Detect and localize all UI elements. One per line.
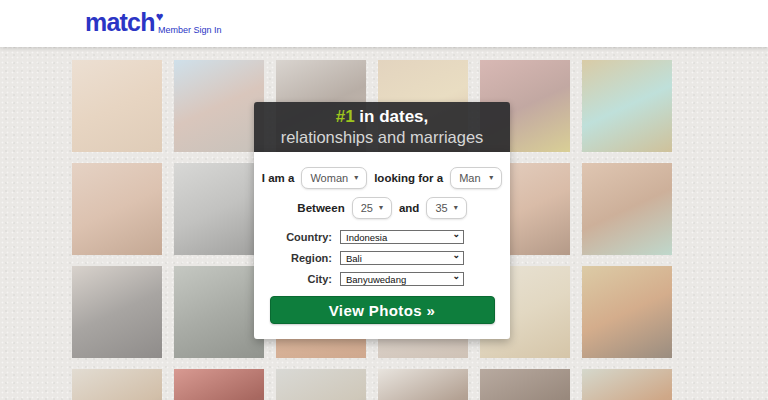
region-label: Region: bbox=[268, 252, 332, 264]
hero-line1-rest: in dates, bbox=[355, 107, 429, 126]
age-min-value: 25 bbox=[361, 202, 373, 214]
chevron-down-icon: ⌄ bbox=[452, 233, 460, 237]
hero-banner: #1 in dates, relationships and marriages bbox=[254, 102, 510, 152]
age-max-value: 35 bbox=[435, 202, 447, 214]
age-max-select[interactable]: 35 ▾ bbox=[426, 197, 466, 219]
photo-person-by-window bbox=[174, 163, 264, 255]
chevron-down-icon: ⌄ bbox=[452, 275, 460, 279]
hero-line2: relationships and marriages bbox=[254, 127, 510, 147]
country-select[interactable]: Indonesia ⌄ bbox=[340, 230, 464, 244]
view-photos-button[interactable]: View Photos » bbox=[270, 296, 495, 324]
photo-man-arms-crossed bbox=[72, 266, 162, 358]
photo-person-outdoors bbox=[174, 266, 264, 358]
hero-line1: #1 in dates, bbox=[254, 107, 510, 127]
photo-woman-in-blue-dress bbox=[582, 60, 672, 152]
country-label: Country: bbox=[268, 231, 332, 243]
search-form: I am a Woman ▾ looking for a Man ▾ Betwe… bbox=[254, 152, 510, 339]
photo-dark-haired-person bbox=[480, 369, 570, 400]
heart-icon: ♥ bbox=[156, 9, 163, 24]
looking-for-select[interactable]: Man ▾ bbox=[450, 167, 502, 189]
photo-smiling-woman-closeup bbox=[72, 163, 162, 255]
i-am-select[interactable]: Woman ▾ bbox=[301, 167, 367, 189]
i-am-a-label: I am a bbox=[262, 172, 295, 184]
chevron-down-icon: ▾ bbox=[379, 204, 383, 212]
hero-rank-text: #1 bbox=[336, 107, 355, 126]
member-sign-in-link[interactable]: Member Sign In bbox=[158, 25, 222, 35]
photo-young-man-portrait bbox=[72, 369, 162, 400]
looking-for-value: Man bbox=[459, 172, 480, 184]
city-select[interactable]: Banyuwedang ⌄ bbox=[340, 272, 464, 286]
chevron-down-icon: ▾ bbox=[354, 174, 358, 182]
photo-red-black-graphic bbox=[174, 369, 264, 400]
country-value: Indonesia bbox=[346, 232, 387, 243]
region-select[interactable]: Bali ⌄ bbox=[340, 251, 464, 265]
match-logo-text: match bbox=[85, 8, 155, 36]
chevron-down-icon: ▾ bbox=[489, 174, 493, 182]
looking-for-label: looking for a bbox=[374, 172, 443, 184]
search-card: #1 in dates, relationships and marriages… bbox=[254, 102, 510, 339]
photo-woman-touching-hair bbox=[582, 163, 672, 255]
age-min-select[interactable]: 25 ▾ bbox=[352, 197, 392, 219]
chevron-down-icon: ⌄ bbox=[452, 254, 460, 258]
city-row: City: Banyuwedang ⌄ bbox=[254, 272, 510, 286]
photo-woman-in-face-mask bbox=[72, 60, 162, 152]
gender-row: I am a Woman ▾ looking for a Man ▾ bbox=[254, 167, 510, 189]
i-am-value: Woman bbox=[310, 172, 348, 184]
match-logo[interactable]: match♥ bbox=[85, 8, 162, 37]
region-value: Bali bbox=[346, 253, 362, 264]
and-label: and bbox=[399, 202, 419, 214]
photo-long-haired-woman bbox=[378, 369, 468, 400]
country-row: Country: Indonesia ⌄ bbox=[254, 230, 510, 244]
age-row: Between 25 ▾ and 35 ▾ bbox=[254, 197, 510, 219]
photo-woman-in-sun-hat bbox=[582, 266, 672, 358]
photo-bald-man-sunglasses bbox=[582, 369, 672, 400]
header-bar: match♥ Member Sign In bbox=[0, 0, 768, 47]
photo-man-on-city-street bbox=[174, 60, 264, 152]
region-row: Region: Bali ⌄ bbox=[254, 251, 510, 265]
between-label: Between bbox=[297, 202, 344, 214]
city-value: Banyuwedang bbox=[346, 274, 406, 285]
chevron-down-icon: ▾ bbox=[454, 204, 458, 212]
photo-person-by-tower bbox=[276, 369, 366, 400]
city-label: City: bbox=[268, 273, 332, 285]
